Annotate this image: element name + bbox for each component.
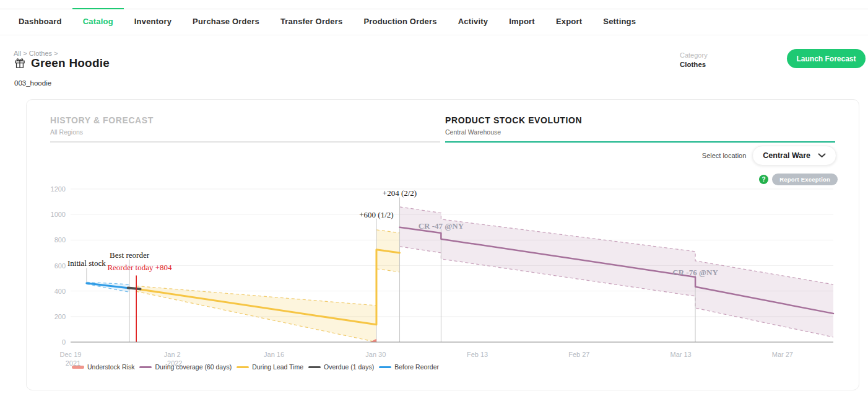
select-location-label: Select location — [702, 152, 747, 159]
tab-title: PRODUCT STOCK EVOLUTION — [445, 115, 835, 125]
svg-text:CR -76 @NY: CR -76 @NY — [672, 268, 718, 277]
chevron-down-icon — [818, 153, 826, 158]
gift-icon — [14, 57, 26, 69]
chart-canvas: 020040060080010001200Dec 192021Jan 22022… — [38, 180, 849, 386]
svg-text:1200: 1200 — [51, 185, 66, 193]
nav-item-transfer-orders[interactable]: Transfer Orders — [270, 8, 354, 35]
category-block: Category Clothes — [680, 51, 708, 68]
location-dropdown[interactable]: Central Ware — [752, 146, 836, 165]
legend-swatch — [72, 366, 84, 369]
svg-text:CR -47 @NY: CR -47 @NY — [419, 221, 464, 231]
legend-swatch — [237, 366, 249, 368]
category-value: Clothes — [680, 61, 708, 68]
tab-product-stock-evolution[interactable]: PRODUCT STOCK EVOLUTION Central Warehous… — [445, 115, 835, 143]
product-title-row: Green Hoodie — [14, 56, 110, 70]
svg-text:1000: 1000 — [51, 211, 66, 218]
legend-label: Before Reorder — [394, 363, 439, 371]
card-tabs: HISTORY & FORECAST All Regions PRODUCT S… — [50, 115, 835, 143]
legend-item-overdue: Overdue (1 days) — [308, 363, 374, 371]
legend-swatch — [379, 366, 391, 368]
nav-item-purchase-orders[interactable]: Purchase Orders — [182, 8, 270, 35]
nav-item-catalog[interactable]: Catalog — [72, 8, 124, 35]
svg-text:Mar 27: Mar 27 — [772, 351, 793, 358]
svg-text:Initial stock: Initial stock — [67, 258, 106, 268]
legend-label: Understock Risk — [87, 363, 134, 371]
product-stock-card: HISTORY & FORECAST All Regions PRODUCT S… — [26, 99, 859, 390]
legend-item-during-coverage: During coverage (60 days) — [139, 363, 232, 371]
svg-text:Jan 16: Jan 16 — [264, 351, 284, 358]
legend-item-understock-risk: Understock Risk — [72, 363, 134, 371]
svg-text:Reorder today +804: Reorder today +804 — [107, 263, 172, 272]
svg-text:200: 200 — [54, 313, 66, 320]
legend-item-during-lead-time: During Lead Time — [237, 363, 303, 371]
nav-item-settings[interactable]: Settings — [592, 8, 646, 35]
top-navigation: Dashboard Catalog Inventory Purchase Ord… — [0, 9, 868, 35]
chart-legend: Understock Risk During coverage (60 days… — [72, 363, 439, 371]
svg-text:Jan 2: Jan 2 — [164, 351, 181, 358]
svg-text:Mar 13: Mar 13 — [670, 351, 691, 358]
nav-item-export[interactable]: Export — [545, 8, 592, 35]
product-sku: 003_hoodie — [14, 79, 51, 87]
svg-text:Dec 19: Dec 19 — [60, 351, 82, 358]
svg-text:800: 800 — [54, 236, 66, 244]
stock-evolution-chart: 020040060080010001200Dec 192021Jan 22022… — [38, 180, 849, 386]
svg-text:+600 (1/2): +600 (1/2) — [359, 210, 393, 219]
svg-text:Jan 30: Jan 30 — [365, 351, 386, 358]
svg-text:0: 0 — [62, 338, 66, 346]
location-dropdown-value: Central Ware — [763, 151, 810, 160]
launch-forecast-button[interactable]: Launch Forecast — [787, 49, 866, 68]
legend-item-before-reorder: Before Reorder — [379, 363, 439, 371]
nav-item-inventory[interactable]: Inventory — [124, 8, 182, 35]
page-title: Green Hoodie — [31, 56, 110, 70]
category-label: Category — [680, 51, 708, 59]
nav-item-activity[interactable]: Activity — [448, 8, 499, 35]
svg-text:600: 600 — [54, 262, 66, 270]
tab-history-forecast[interactable]: HISTORY & FORECAST All Regions — [50, 115, 440, 143]
tab-subtitle: All Regions — [50, 128, 440, 136]
legend-label: During coverage (60 days) — [155, 363, 232, 371]
nav-item-production-orders[interactable]: Production Orders — [353, 8, 447, 35]
svg-text:400: 400 — [54, 288, 66, 295]
svg-text:+204 (2/2): +204 (2/2) — [383, 188, 417, 198]
select-location-row: Select location Central Ware — [702, 146, 836, 165]
nav-item-import[interactable]: Import — [498, 8, 545, 35]
legend-swatch — [139, 366, 152, 368]
tab-subtitle: Central Warehouse — [445, 128, 835, 136]
legend-label: Overdue (1 days) — [324, 363, 374, 371]
svg-text:Feb 13: Feb 13 — [467, 351, 488, 358]
svg-text:Best reorder: Best reorder — [110, 250, 150, 260]
tab-title: HISTORY & FORECAST — [50, 115, 440, 125]
legend-swatch — [308, 366, 321, 368]
nav-item-dashboard[interactable]: Dashboard — [8, 8, 72, 35]
svg-text:Feb 27: Feb 27 — [568, 351, 589, 358]
legend-label: During Lead Time — [252, 363, 303, 371]
